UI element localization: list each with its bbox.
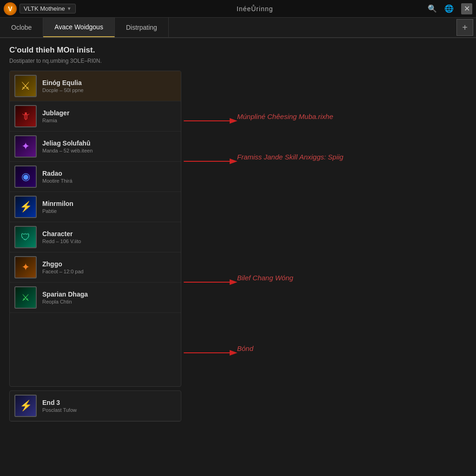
- list-item-item4[interactable]: RadaoMootire Thirá: [10, 162, 181, 192]
- globe-icon[interactable]: 🌐: [444, 4, 454, 13]
- item-icon-bolt: [14, 395, 37, 417]
- item-desc-item4: Mootire Thirá: [42, 178, 176, 184]
- app-logo: V: [4, 2, 17, 15]
- item-desc-item7: Faceot – 12:0 pad: [42, 269, 176, 274]
- item-desc-item2: Ramia: [42, 118, 176, 123]
- list-item-item5[interactable]: MinrmilonPabtie: [10, 192, 181, 222]
- item-desc-item3: Manda – 52 wéb.iteen: [42, 148, 176, 153]
- annotations-area: Múnpliné Chêesing Muba.rixhe Framiss Jan…: [181, 71, 467, 387]
- item-desc-bottom: Posclast Tufow: [42, 407, 176, 413]
- content-area: C'ould thieh MOn inist. Dostipater to nq…: [0, 38, 476, 429]
- item-desc-item8: Reopla Chtin: [42, 299, 176, 304]
- annotation-text-3: Bilef Chang Wóng: [237, 274, 293, 282]
- item-info-item5: MinrmilonPabtie: [42, 200, 176, 214]
- bottom-item-panel: End 3 Posclast Tufow: [9, 390, 181, 422]
- item-name-item6: Character: [42, 230, 176, 238]
- item-name-item2: Jublager: [42, 109, 176, 117]
- title-bar-icons: 🔍 🌐 ✕: [428, 3, 472, 14]
- item-name-item4: Radao: [42, 170, 176, 177]
- tab-distrpating[interactable]: Distrpating: [115, 18, 169, 37]
- item-desc-item5: Pabtie: [42, 208, 176, 214]
- item-icon-item6: [14, 226, 37, 248]
- list-item-item2[interactable]: JublagerRamia: [10, 101, 181, 132]
- chevron-down-icon: ▼: [67, 6, 72, 11]
- tab-avace-woidgous[interactable]: Avace Woidgous: [43, 18, 115, 37]
- item-name-item7: Zhggo: [42, 260, 176, 268]
- list-item-item7[interactable]: ZhggoFaceot – 12:0 pad: [10, 252, 181, 283]
- annotation-text-4: Bónd: [237, 344, 253, 352]
- close-icon[interactable]: ✕: [461, 3, 472, 14]
- item-icon-item3: [14, 135, 37, 158]
- content-subtitle: Dostipater to nq.umbing 3OLE–RI0N.: [9, 58, 467, 64]
- item-name-bottom: End 3: [42, 399, 176, 406]
- list-item-item8[interactable]: Sparian DhagaReopla Chtin: [10, 283, 181, 313]
- add-tab-button[interactable]: +: [456, 19, 473, 36]
- item-icon-item8: [14, 286, 37, 309]
- item-info-item8: Sparian DhagaReopla Chtin: [42, 291, 176, 304]
- item-name-item1: Einóg Equlia: [42, 79, 176, 86]
- item-desc-item1: Docple – 50l ppne: [42, 87, 176, 93]
- tab-bar: Oclobe Avace Woidgous Distrpating +: [0, 18, 476, 38]
- title-bar: V VLTK Motheine ▼ InéeŮrinng 🔍 🌐 ✕: [0, 0, 476, 18]
- annotation-text-2: Framiss Jande Skill Anxiggs: Spiig: [237, 153, 344, 161]
- item-icon-item1: [14, 75, 37, 97]
- item-icon-item2: [14, 105, 37, 127]
- item-icon-item7: [14, 256, 37, 278]
- item-info-item2: JublagerRamia: [42, 109, 176, 123]
- search-icon[interactable]: 🔍: [428, 4, 437, 13]
- item-desc-item6: Redd – 106 V.iito: [42, 238, 176, 244]
- item-name-item3: Jeliag Solufahû: [42, 139, 176, 147]
- item-info-item3: Jeliag SolufahûManda – 52 wéb.iteen: [42, 139, 176, 153]
- item-info-item7: ZhggoFaceot – 12:0 pad: [42, 260, 176, 274]
- item-icon-item4: [14, 165, 37, 188]
- item-icon-item5: [14, 196, 37, 218]
- list-item-item1[interactable]: Einóg EquliaDocple – 50l ppne: [10, 71, 181, 101]
- app-name-dropdown[interactable]: VLTK Motheine ▼: [20, 4, 76, 13]
- tab-oclobe[interactable]: Oclobe: [0, 18, 43, 37]
- item-name-item8: Sparian Dhaga: [42, 291, 176, 298]
- item-list-panel: Einóg EquliaDocple – 50l ppneJublagerRam…: [9, 71, 181, 387]
- item-info-item1: Einóg EquliaDocple – 50l ppne: [42, 79, 176, 93]
- window-title: InéeŮrinng: [82, 5, 428, 13]
- item-info-bottom: End 3 Posclast Tufow: [42, 399, 176, 413]
- app-name-label: VLTK Motheine: [24, 5, 65, 12]
- main-layout: Einóg EquliaDocple – 50l ppneJublagerRam…: [9, 71, 467, 387]
- content-title: C'ould thieh MOn inist.: [9, 46, 467, 55]
- list-item-bottom[interactable]: End 3 Posclast Tufow: [10, 391, 181, 421]
- item-info-item4: RadaoMootire Thirá: [42, 170, 176, 184]
- annotation-text-1: Múnpliné Chêesing Muba.rixhe: [237, 112, 333, 120]
- item-list-scroll[interactable]: Einóg EquliaDocple – 50l ppneJublagerRam…: [10, 71, 181, 313]
- list-item-item6[interactable]: CharacterRedd – 106 V.iito: [10, 222, 181, 252]
- list-item-item3[interactable]: Jeliag SolufahûManda – 52 wéb.iteen: [10, 132, 181, 162]
- item-name-item5: Minrmilon: [42, 200, 176, 207]
- item-info-item6: CharacterRedd – 106 V.iito: [42, 230, 176, 244]
